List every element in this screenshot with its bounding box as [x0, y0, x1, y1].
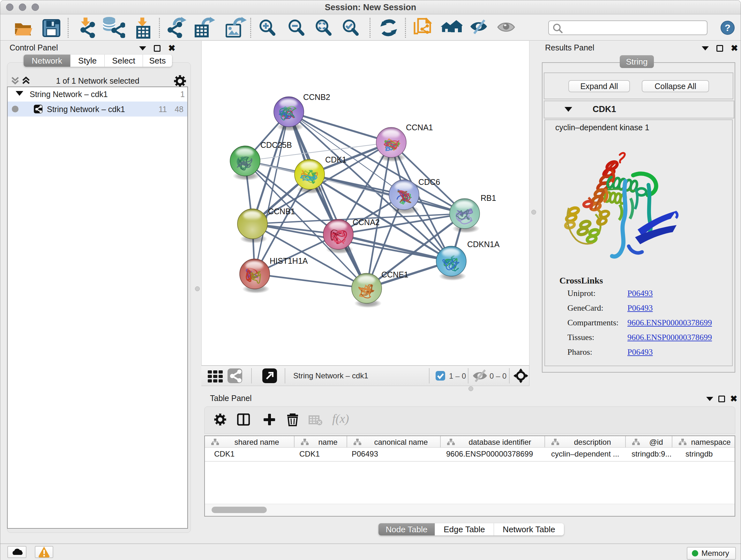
svg-text:CDC25B: CDC25B [260, 140, 292, 149]
svg-text:CDKN1A: CDKN1A [467, 240, 500, 249]
svg-text:RB1: RB1 [481, 193, 496, 202]
svg-text:CCNE1: CCNE1 [381, 270, 408, 279]
svg-text:CCNA2: CCNA2 [353, 218, 380, 227]
svg-text:HIST1H1A: HIST1H1A [270, 256, 308, 265]
svg-text:CCNA1: CCNA1 [406, 123, 433, 132]
svg-text:CDK1: CDK1 [325, 155, 347, 164]
svg-text:CCNB2: CCNB2 [303, 92, 330, 102]
svg-text:?: ? [725, 22, 731, 33]
svg-text:CCNB1: CCNB1 [268, 207, 295, 216]
svg-text:CDC6: CDC6 [418, 178, 440, 186]
